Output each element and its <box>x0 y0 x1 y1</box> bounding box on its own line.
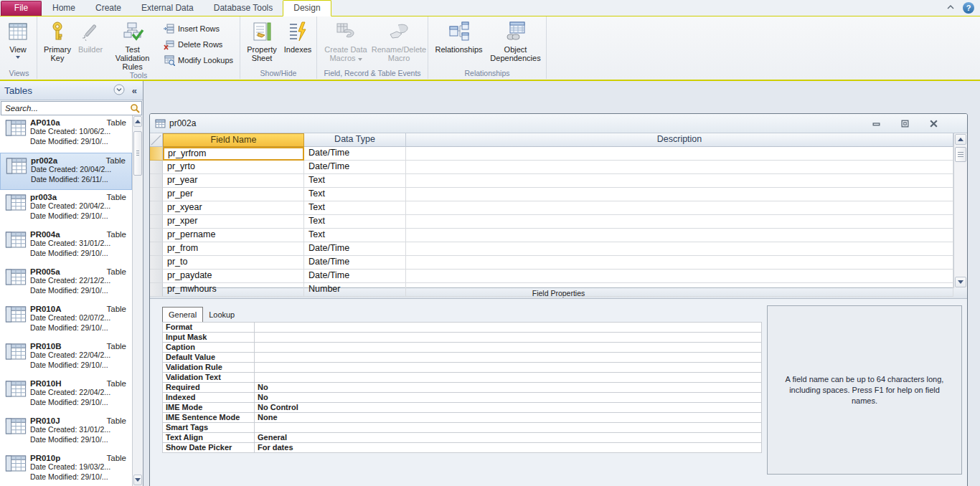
create-data-macros-button[interactable]: Create Data Macros <box>319 18 372 69</box>
description-cell[interactable] <box>406 270 953 283</box>
tab-external-data[interactable]: External Data <box>131 0 204 16</box>
property-value[interactable] <box>255 372 762 383</box>
nav-menu-dropdown-icon[interactable] <box>113 84 125 97</box>
list-item-PR010A[interactable]: PR010ATable Date Created: 02/07/2... Dat… <box>0 302 132 339</box>
modify-lookups-button[interactable]: Modify Lookups <box>164 54 233 66</box>
list-item-pr002a[interactable]: pr002aTable Date Created: 20/04/2... Dat… <box>0 153 132 190</box>
description-cell[interactable] <box>406 174 953 188</box>
description-cell[interactable] <box>406 256 953 270</box>
builder-button[interactable]: Builder <box>75 18 105 71</box>
list-item-PR010B[interactable]: PR010BTable Date Created: 22/04/2... Dat… <box>0 339 132 376</box>
data-type-cell[interactable]: Date/Time <box>304 147 406 161</box>
field-row[interactable]: pr_from Date/Time <box>150 242 953 256</box>
column-header-description[interactable]: Description <box>406 133 953 147</box>
row-selector[interactable] <box>150 270 163 283</box>
description-cell[interactable] <box>406 161 953 174</box>
close-window-icon[interactable] <box>929 119 938 128</box>
data-type-cell[interactable]: Text <box>304 174 406 188</box>
indexes-button[interactable]: Indexes <box>281 18 314 69</box>
row-selector[interactable] <box>150 256 163 270</box>
delete-rows-button[interactable]: Delete Rows <box>164 38 233 50</box>
grid-scroll-up-icon[interactable] <box>955 134 966 145</box>
tab-create[interactable]: Create <box>85 0 131 16</box>
grid-scroll-down-icon[interactable] <box>955 277 966 287</box>
description-cell[interactable] <box>406 201 953 215</box>
property-value[interactable]: General <box>255 432 762 443</box>
field-row[interactable]: pr_paydate Date/Time <box>150 270 953 283</box>
minimize-ribbon-icon[interactable] <box>946 3 956 13</box>
row-selector[interactable] <box>150 201 163 215</box>
property-sheet-button[interactable]: Property Sheet <box>242 18 281 69</box>
shutter-bar-close-icon[interactable]: « <box>132 85 137 96</box>
field-name-cell[interactable]: pr_paydate <box>163 270 304 283</box>
description-cell[interactable] <box>406 283 953 297</box>
row-selector[interactable] <box>150 147 163 161</box>
field-name-cell[interactable]: pr_from <box>163 242 304 256</box>
insert-rows-button[interactable]: Insert Rows <box>164 22 233 34</box>
property-value[interactable] <box>255 322 762 333</box>
field-row[interactable]: pr_to Date/Time <box>150 256 953 270</box>
minimize-window-icon[interactable] <box>872 119 881 128</box>
field-name-cell[interactable]: pr_yrfrom <box>163 147 304 161</box>
property-value[interactable] <box>255 332 762 343</box>
data-type-cell[interactable]: Date/Time <box>304 256 406 270</box>
field-row[interactable]: pr_xper Text <box>150 215 953 229</box>
test-validation-rules-button[interactable]: Test Validation Rules <box>105 18 159 71</box>
nav-scroll-up-icon[interactable] <box>133 116 142 127</box>
field-row[interactable]: pr_pername Text <box>150 229 953 242</box>
property-value[interactable]: For dates <box>255 442 762 453</box>
grid-scroll-thumb[interactable] <box>955 147 966 162</box>
field-row[interactable]: pr_year Text <box>150 174 953 188</box>
field-name-cell[interactable]: pr_per <box>163 188 304 201</box>
list-item-PR010p[interactable]: PR010pTable Date Created: 19/03/2... Dat… <box>0 451 132 486</box>
search-input[interactable]: Search... <box>1 101 142 115</box>
list-item-PR005a[interactable]: PR005aTable Date Created: 22/12/2... Dat… <box>0 265 132 302</box>
property-value[interactable] <box>255 352 762 363</box>
view-button[interactable]: View <box>4 18 32 69</box>
search-icon[interactable] <box>130 103 140 113</box>
row-selector-header[interactable] <box>150 133 163 147</box>
description-cell[interactable] <box>406 147 953 161</box>
row-selector[interactable] <box>150 161 163 174</box>
property-value[interactable] <box>255 342 762 353</box>
row-selector[interactable] <box>150 229 163 242</box>
navigation-pane-header[interactable]: Tables « <box>0 81 143 100</box>
nav-scroll-thumb[interactable] <box>133 131 142 176</box>
data-type-cell[interactable]: Text <box>304 201 406 215</box>
field-row[interactable]: pr_xyear Text <box>150 201 953 215</box>
field-row[interactable]: pr_yrto Date/Time <box>150 161 953 174</box>
tab-home[interactable]: Home <box>42 0 85 16</box>
description-cell[interactable] <box>406 188 953 201</box>
data-type-cell[interactable]: Date/Time <box>304 161 406 174</box>
help-icon[interactable]: ? <box>963 2 974 14</box>
field-row[interactable]: pr_yrfrom Date/Time <box>150 147 953 161</box>
relationships-button[interactable]: Relationships <box>430 18 487 69</box>
data-type-cell[interactable]: Date/Time <box>304 270 406 283</box>
property-value[interactable]: None <box>255 412 762 423</box>
object-dependencies-button[interactable]: Object Dependencies <box>487 18 544 69</box>
field-name-cell[interactable]: pr_xyear <box>163 201 304 215</box>
property-value[interactable] <box>255 422 762 433</box>
data-type-cell[interactable]: Text <box>304 215 406 229</box>
tab-general[interactable]: General <box>162 307 203 322</box>
grid-scrollbar[interactable] <box>953 133 967 288</box>
data-type-cell[interactable]: Text <box>304 229 406 242</box>
description-cell[interactable] <box>406 242 953 256</box>
description-cell[interactable] <box>406 215 953 229</box>
list-item-PR010J[interactable]: PR010JTable Date Created: 31/01/2... Dat… <box>0 414 132 451</box>
list-item-AP010a[interactable]: AP010aTable Date Created: 10/06/2... Dat… <box>0 115 132 153</box>
tab-lookup[interactable]: Lookup <box>203 309 240 322</box>
property-value[interactable]: No Control <box>255 402 762 413</box>
field-name-cell[interactable]: pr_year <box>163 174 304 188</box>
rename-delete-macro-button[interactable]: Rename/Delete Macro <box>372 18 425 69</box>
field-row[interactable]: pr_per Text <box>150 188 953 201</box>
tab-database-tools[interactable]: Database Tools <box>204 0 283 16</box>
field-name-cell[interactable]: pr_yrto <box>163 161 304 174</box>
tab-file[interactable]: File <box>1 1 42 16</box>
list-item-PR010H[interactable]: PR010HTable Date Created: 22/04/2... Dat… <box>0 376 132 414</box>
column-header-field-name[interactable]: Field Name <box>163 133 304 147</box>
primary-key-button[interactable]: Primary Key <box>39 18 75 71</box>
field-name-cell[interactable]: pr_to <box>163 256 304 270</box>
row-selector[interactable] <box>150 242 163 256</box>
nav-scrollbar[interactable] <box>132 115 143 486</box>
